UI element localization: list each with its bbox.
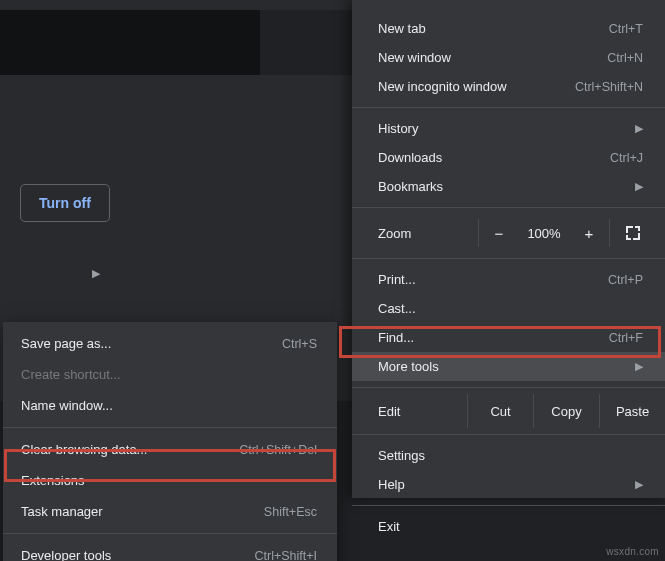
submenu-label: Task manager xyxy=(21,504,103,519)
edit-label: Edit xyxy=(378,404,467,419)
watermark-text: wsxdn.com xyxy=(606,546,659,557)
more-tools-submenu: Save page as... Ctrl+S Create shortcut..… xyxy=(3,322,337,561)
submenu-label: Developer tools xyxy=(21,548,111,561)
zoom-out-button[interactable]: − xyxy=(479,225,519,242)
menu-exit[interactable]: Exit xyxy=(352,512,665,541)
menu-label: Exit xyxy=(378,519,400,534)
menu-separator xyxy=(352,505,665,506)
menu-separator xyxy=(352,258,665,259)
submenu-separator xyxy=(3,533,337,534)
menu-label: Print... xyxy=(378,272,416,287)
fullscreen-icon xyxy=(626,226,640,240)
menu-label: Settings xyxy=(378,448,425,463)
submenu-name-window[interactable]: Name window... xyxy=(3,390,337,421)
submenu-extensions[interactable]: Extensions xyxy=(3,465,337,496)
edit-paste-button[interactable]: Paste xyxy=(599,394,665,428)
menu-label: Bookmarks xyxy=(378,179,443,194)
submenu-clear-browsing-data[interactable]: Clear browsing data... Ctrl+Shift+Del xyxy=(3,434,337,465)
submenu-label: Save page as... xyxy=(21,336,111,351)
zoom-in-button[interactable]: + xyxy=(569,225,609,242)
submenu-label: Clear browsing data... xyxy=(21,442,147,457)
expand-arrow-icon: ▶ xyxy=(92,267,100,280)
menu-label: More tools xyxy=(378,359,439,374)
menu-label: Help xyxy=(378,477,405,492)
submenu-arrow-icon: ▶ xyxy=(635,122,643,135)
menu-label: New tab xyxy=(378,21,426,36)
submenu-arrow-icon: ▶ xyxy=(635,478,643,491)
menu-new-incognito[interactable]: New incognito window Ctrl+Shift+N xyxy=(352,72,665,101)
menu-settings[interactable]: Settings xyxy=(352,441,665,470)
submenu-label: Name window... xyxy=(21,398,113,413)
menu-label: Downloads xyxy=(378,150,442,165)
zoom-label: Zoom xyxy=(378,226,478,241)
submenu-label: Create shortcut... xyxy=(21,367,121,382)
menu-downloads[interactable]: Downloads Ctrl+J xyxy=(352,143,665,172)
menu-shortcut: Ctrl+Shift+N xyxy=(575,80,643,94)
menu-zoom-row: Zoom − 100% + xyxy=(352,214,665,252)
menu-history[interactable]: History ▶ xyxy=(352,114,665,143)
submenu-separator xyxy=(3,427,337,428)
menu-edit-row: Edit Cut Copy Paste xyxy=(352,394,665,428)
submenu-task-manager[interactable]: Task manager Shift+Esc xyxy=(3,496,337,527)
menu-more-tools[interactable]: More tools ▶ xyxy=(352,352,665,381)
submenu-shortcut: Ctrl+Shift+Del xyxy=(239,443,317,457)
menu-shortcut: Ctrl+J xyxy=(610,151,643,165)
submenu-save-page[interactable]: Save page as... Ctrl+S xyxy=(3,328,337,359)
submenu-shortcut: Ctrl+Shift+I xyxy=(254,549,317,562)
menu-separator xyxy=(352,434,665,435)
turn-off-button[interactable]: Turn off xyxy=(20,184,110,222)
submenu-developer-tools[interactable]: Developer tools Ctrl+Shift+I xyxy=(3,540,337,561)
menu-label: New window xyxy=(378,50,451,65)
menu-new-window[interactable]: New window Ctrl+N xyxy=(352,43,665,72)
menu-label: Find... xyxy=(378,330,414,345)
submenu-arrow-icon: ▶ xyxy=(635,180,643,193)
menu-separator xyxy=(352,387,665,388)
menu-help[interactable]: Help ▶ xyxy=(352,470,665,499)
menu-shortcut: Ctrl+T xyxy=(609,22,643,36)
menu-separator xyxy=(352,207,665,208)
edit-copy-button[interactable]: Copy xyxy=(533,394,599,428)
menu-print[interactable]: Print... Ctrl+P xyxy=(352,265,665,294)
submenu-label: Extensions xyxy=(21,473,85,488)
zoom-value: 100% xyxy=(519,226,569,241)
menu-bookmarks[interactable]: Bookmarks ▶ xyxy=(352,172,665,201)
menu-label: History xyxy=(378,121,418,136)
menu-cast[interactable]: Cast... xyxy=(352,294,665,323)
chrome-main-menu: New tab Ctrl+T New window Ctrl+N New inc… xyxy=(352,0,665,498)
menu-shortcut: Ctrl+N xyxy=(607,51,643,65)
edit-cut-button[interactable]: Cut xyxy=(467,394,533,428)
menu-shortcut: Ctrl+F xyxy=(609,331,643,345)
menu-label: New incognito window xyxy=(378,79,507,94)
menu-find[interactable]: Find... Ctrl+F xyxy=(352,323,665,352)
menu-new-tab[interactable]: New tab Ctrl+T xyxy=(352,14,665,43)
submenu-create-shortcut: Create shortcut... xyxy=(3,359,337,390)
submenu-shortcut: Shift+Esc xyxy=(264,505,317,519)
menu-label: Cast... xyxy=(378,301,416,316)
menu-separator xyxy=(352,107,665,108)
submenu-shortcut: Ctrl+S xyxy=(282,337,317,351)
menu-shortcut: Ctrl+P xyxy=(608,273,643,287)
submenu-arrow-icon: ▶ xyxy=(635,360,643,373)
fullscreen-button[interactable] xyxy=(609,219,655,247)
